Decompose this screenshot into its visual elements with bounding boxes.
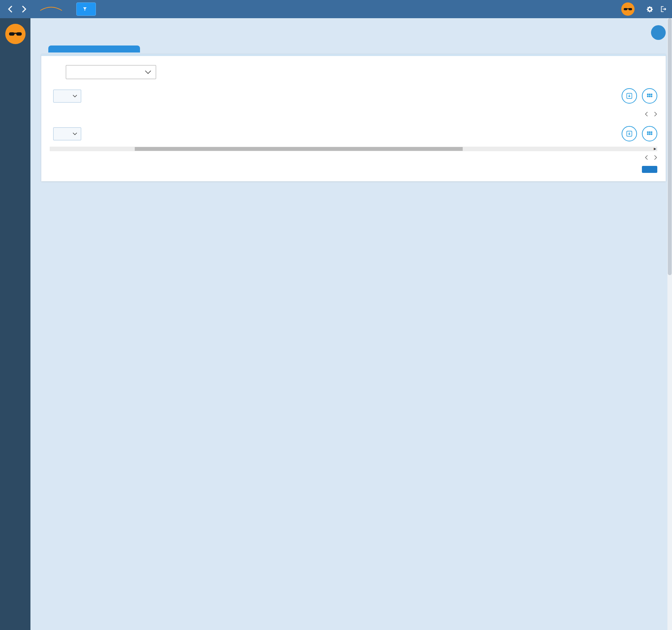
nav-forward-icon[interactable] — [19, 3, 29, 15]
patients-prev-page-icon[interactable] — [645, 155, 648, 160]
main-content: ▶ — [30, 18, 672, 630]
scroll-right-icon[interactable]: ▶ — [654, 147, 656, 150]
chevron-down-icon — [145, 70, 152, 74]
quality-tool-panel: ▶ — [41, 54, 666, 181]
column-settings-button[interactable] — [642, 88, 657, 104]
full-export-button[interactable] — [642, 166, 657, 173]
tab-quality-tool[interactable] — [48, 46, 140, 52]
user-avatar[interactable] — [621, 2, 635, 16]
help-button[interactable] — [651, 25, 666, 40]
patients-next-page-icon[interactable] — [654, 155, 657, 160]
tab-bar — [41, 46, 666, 54]
settings-gear-icon[interactable] — [646, 5, 654, 13]
export-table-button[interactable] — [622, 88, 637, 104]
page-scrollbar[interactable] — [667, 18, 672, 630]
filter-icon — [82, 6, 88, 12]
chevron-down-icon — [72, 132, 77, 135]
page-scrollbar-thumb[interactable] — [668, 18, 672, 275]
sidebar — [0, 18, 30, 630]
status-legend — [50, 166, 274, 173]
patients-page-size-select[interactable] — [53, 127, 81, 140]
nav-back-icon[interactable] — [5, 3, 15, 15]
measure-select[interactable] — [66, 65, 156, 79]
horizontal-scrollbar[interactable]: ▶ — [50, 147, 657, 151]
apply-button[interactable] — [76, 2, 96, 16]
horizontal-scrollbar-thumb[interactable] — [135, 147, 463, 151]
measures-prev-page-icon[interactable] — [645, 111, 648, 117]
chevron-down-icon — [72, 94, 77, 98]
logout-icon[interactable] — [659, 5, 667, 13]
export-table-button[interactable] — [622, 126, 637, 141]
measures-next-page-icon[interactable] — [654, 111, 657, 117]
sidebar-avatar[interactable] — [5, 24, 26, 44]
brand-logo — [35, 7, 67, 12]
column-settings-button[interactable] — [642, 126, 657, 141]
topbar — [0, 0, 672, 18]
brand-arc-icon — [40, 7, 63, 11]
measures-page-size-select[interactable] — [53, 90, 81, 103]
